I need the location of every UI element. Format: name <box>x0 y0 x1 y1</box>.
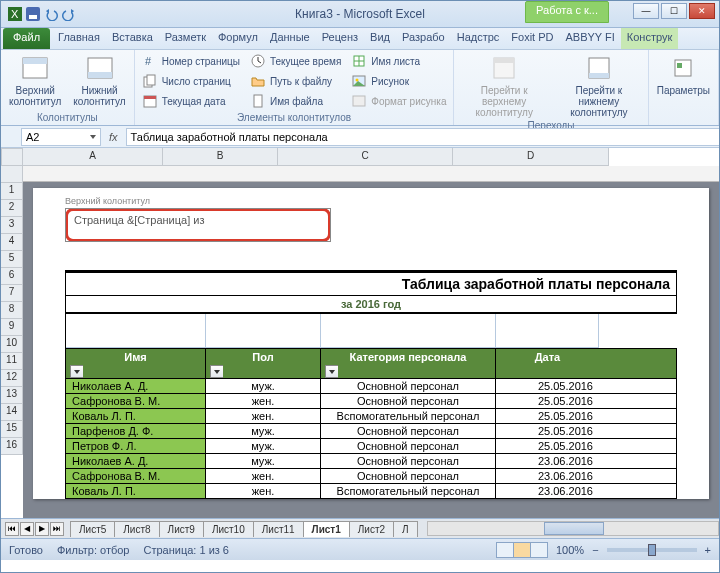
row-header[interactable]: 8 <box>1 302 23 319</box>
table-row[interactable]: Парфенов Д. Ф.муж.Основной персонал25.05… <box>65 424 677 439</box>
filter-dropdown-icon[interactable] <box>70 365 83 378</box>
ribbon-tab[interactable]: Вид <box>364 28 396 49</box>
goto-footer-button[interactable]: Перейти к нижнему колонтитулу <box>556 52 642 120</box>
zoom-slider-thumb[interactable] <box>648 544 656 556</box>
tab-nav-first-icon[interactable]: ⏮ <box>5 522 19 536</box>
tab-nav-last-icon[interactable]: ⏭ <box>50 522 64 536</box>
sheet-tab[interactable]: Лист1 <box>303 521 350 537</box>
table-cell[interactable]: Основной персонал <box>321 439 496 453</box>
row-header[interactable]: 10 <box>1 336 23 353</box>
select-all-corner[interactable] <box>1 148 23 166</box>
table-cell[interactable]: Коваль Л. П. <box>66 484 206 498</box>
table-row[interactable]: Сафронова В. М.жен.Основной персонал25.0… <box>65 394 677 409</box>
row-header[interactable]: 12 <box>1 370 23 387</box>
tab-nav-next-icon[interactable]: ▶ <box>35 522 49 536</box>
current-time-button[interactable]: Текущее время <box>249 52 342 70</box>
filter-dropdown-icon[interactable] <box>325 365 338 378</box>
table-cell[interactable]: Основной персонал <box>321 379 496 393</box>
zoom-slider[interactable] <box>607 548 697 552</box>
row-header[interactable]: 14 <box>1 404 23 421</box>
footer-button[interactable]: Нижний колонтитул <box>71 52 127 109</box>
zoom-in-icon[interactable]: + <box>705 544 711 556</box>
row-header[interactable] <box>1 166 23 183</box>
table-cell[interactable]: Николаев А. Д. <box>66 454 206 468</box>
view-buttons[interactable] <box>497 542 548 558</box>
current-date-button[interactable]: Текущая дата <box>141 92 241 110</box>
table-cell[interactable]: Сафронова В. М. <box>66 394 206 408</box>
name-box-dropdown-icon[interactable] <box>90 135 96 139</box>
file-tab[interactable]: Файл <box>3 28 50 49</box>
table-cell[interactable]: Основной персонал <box>321 424 496 438</box>
close-button[interactable]: ✕ <box>689 3 715 19</box>
table-row[interactable]: Петров Ф. Л.муж.Основной персонал25.05.2… <box>65 439 677 454</box>
ribbon-tab[interactable]: Разметк <box>159 28 212 49</box>
filter-dropdown-icon[interactable] <box>210 365 223 378</box>
ribbon-tab[interactable]: Разрабо <box>396 28 451 49</box>
sheet-name-button[interactable]: Имя листа <box>350 52 447 70</box>
row-header[interactable]: 3 <box>1 217 23 234</box>
table-cell[interactable]: муж. <box>206 439 321 453</box>
formula-input[interactable]: Таблица заработной платы персонала <box>126 128 719 146</box>
table-cell[interactable]: Вспомогательный персонал <box>321 409 496 423</box>
table-cell[interactable]: Вспомогательный персонал <box>321 484 496 498</box>
save-icon[interactable] <box>25 6 41 22</box>
horizontal-scrollbar[interactable] <box>427 521 719 536</box>
header-left-box[interactable]: Страница &[Страница] из <box>65 208 331 242</box>
table-cell[interactable]: 25.05.2016 <box>496 394 599 408</box>
row-header[interactable]: 1 <box>1 183 23 200</box>
page-header-area[interactable]: Верхний колонтитул Страница &[Страница] … <box>33 196 709 270</box>
table-cell[interactable]: муж. <box>206 424 321 438</box>
row-header[interactable]: 6 <box>1 268 23 285</box>
ribbon-tab[interactable]: Foxit PD <box>505 28 559 49</box>
table-row[interactable]: Коваль Л. П.жен.Вспомогательный персонал… <box>65 409 677 424</box>
fx-icon[interactable]: fx <box>109 131 118 143</box>
scrollbar-thumb[interactable] <box>544 522 604 535</box>
ribbon-tab[interactable]: Формул <box>212 28 264 49</box>
column-header-date[interactable]: Дата <box>496 349 599 378</box>
sheet-tab[interactable]: Лист5 <box>70 521 115 537</box>
file-path-button[interactable]: Путь к файлу <box>249 72 342 90</box>
row-header[interactable]: 15 <box>1 421 23 438</box>
page-layout-view-icon[interactable] <box>513 542 531 558</box>
ribbon-tab[interactable]: ABBYY FI <box>560 28 621 49</box>
ribbon-tab[interactable]: Реценз <box>316 28 364 49</box>
table-cell[interactable]: 23.06.2016 <box>496 484 599 498</box>
column-header-name[interactable]: Имя <box>66 349 206 378</box>
table-cell[interactable]: муж. <box>206 454 321 468</box>
minimize-button[interactable]: — <box>633 3 659 19</box>
table-cell[interactable]: Основной персонал <box>321 394 496 408</box>
sheet-tab[interactable]: Лист8 <box>114 521 159 537</box>
table-cell[interactable]: муж. <box>206 379 321 393</box>
header-button[interactable]: Верхний колонтитул <box>7 52 63 109</box>
row-header[interactable]: 11 <box>1 353 23 370</box>
ribbon-tab-design[interactable]: Конструк <box>621 28 678 49</box>
table-cell[interactable]: Коваль Л. П. <box>66 409 206 423</box>
ribbon-tab[interactable]: Данные <box>264 28 316 49</box>
undo-icon[interactable] <box>43 6 59 22</box>
row-header[interactable]: 4 <box>1 234 23 251</box>
page-count-button[interactable]: Число страниц <box>141 72 241 90</box>
name-box[interactable]: A2 <box>21 128 101 146</box>
column-header-gender[interactable]: Пол <box>206 349 321 378</box>
ribbon-tab[interactable]: Надстрс <box>451 28 506 49</box>
table-cell[interactable]: жен. <box>206 394 321 408</box>
sheet-tab[interactable]: Лист2 <box>349 521 394 537</box>
normal-view-icon[interactable] <box>496 542 514 558</box>
tab-nav-prev-icon[interactable]: ◀ <box>20 522 34 536</box>
page-break-view-icon[interactable] <box>530 542 548 558</box>
sheet-tab[interactable]: Лист10 <box>203 521 254 537</box>
table-cell[interactable]: жен. <box>206 469 321 483</box>
table-cell[interactable]: 25.05.2016 <box>496 424 599 438</box>
row-header[interactable]: 9 <box>1 319 23 336</box>
row-header[interactable]: 2 <box>1 200 23 217</box>
sheet-tab[interactable]: Лист11 <box>253 521 304 537</box>
file-name-button[interactable]: Имя файла <box>249 92 342 110</box>
row-header[interactable]: 7 <box>1 285 23 302</box>
row-header[interactable]: 5 <box>1 251 23 268</box>
sheet-tab[interactable]: Л <box>393 521 418 537</box>
sheet-tab[interactable]: Лист9 <box>159 521 204 537</box>
ribbon-tab[interactable]: Главная <box>52 28 106 49</box>
table-cell[interactable]: 25.05.2016 <box>496 439 599 453</box>
page-number-button[interactable]: #Номер страницы <box>141 52 241 70</box>
zoom-level[interactable]: 100% <box>556 544 584 556</box>
